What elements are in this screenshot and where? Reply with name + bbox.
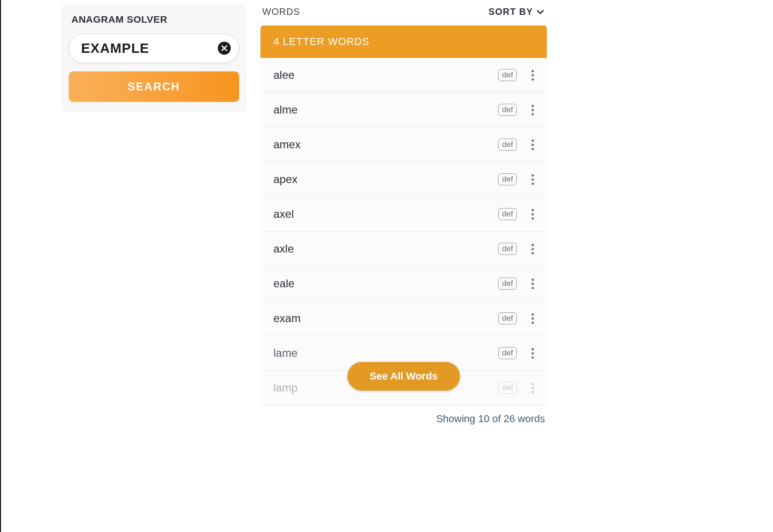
word-text: amex xyxy=(273,138,301,151)
word-text: apex xyxy=(273,173,298,186)
word-row: amexdef xyxy=(260,127,547,162)
word-text: alme xyxy=(273,103,298,116)
def-button[interactable]: def xyxy=(498,104,517,116)
word-row: ealedef xyxy=(260,266,547,301)
more-options-button[interactable] xyxy=(527,205,539,223)
def-button[interactable]: def xyxy=(498,278,517,290)
def-button[interactable]: def xyxy=(498,347,517,359)
more-options-button[interactable] xyxy=(527,240,539,258)
section-header: 4 LETTER WORDS xyxy=(260,25,547,58)
word-text: exam xyxy=(273,312,301,325)
more-options-button[interactable] xyxy=(527,344,539,362)
row-actions: def xyxy=(498,310,539,328)
more-options-button[interactable] xyxy=(527,171,539,189)
close-icon xyxy=(221,45,228,51)
more-options-button[interactable] xyxy=(527,379,539,397)
word-row: almedef xyxy=(260,93,547,127)
word-text: alee xyxy=(273,69,294,82)
row-actions: def xyxy=(498,275,539,293)
word-text: eale xyxy=(273,277,294,290)
words-label: WORDS xyxy=(262,6,300,17)
search-button[interactable]: SEARCH xyxy=(69,71,239,102)
def-button[interactable]: def xyxy=(498,312,517,324)
word-row: axledef xyxy=(260,232,547,266)
sort-by-button[interactable]: SORT BY xyxy=(488,6,545,17)
word-text: axel xyxy=(273,208,294,221)
word-list: aleedefalmedefamexdefapexdefaxeldefaxled… xyxy=(260,58,547,405)
results-panel: WORDS SORT BY 4 LETTER WORDS aleedefalme… xyxy=(260,4,547,532)
def-button[interactable]: def xyxy=(498,208,517,220)
more-options-button[interactable] xyxy=(527,310,539,328)
more-options-button[interactable] xyxy=(527,275,539,293)
row-actions: def xyxy=(498,379,539,397)
row-actions: def xyxy=(498,240,539,258)
word-text: axle xyxy=(273,242,294,255)
row-actions: def xyxy=(498,171,539,189)
def-button[interactable]: def xyxy=(498,243,517,255)
word-row: aleedef xyxy=(260,58,547,93)
chevron-down-icon xyxy=(536,7,545,17)
input-wrapper xyxy=(69,33,239,63)
word-row: axeldef xyxy=(260,197,547,232)
row-actions: def xyxy=(498,101,539,119)
more-options-button[interactable] xyxy=(527,136,539,154)
more-options-button[interactable] xyxy=(527,101,539,119)
word-text: lamp xyxy=(273,381,298,394)
row-actions: def xyxy=(498,205,539,223)
def-button[interactable]: def xyxy=(498,173,517,185)
word-row: apexdef xyxy=(260,162,547,197)
see-all-words-button[interactable]: See All Words xyxy=(348,362,460,391)
clear-input-button[interactable] xyxy=(218,42,231,55)
more-options-button[interactable] xyxy=(527,66,539,84)
word-row: examdef xyxy=(260,301,547,336)
solver-title: ANAGRAM SOLVER xyxy=(69,14,239,25)
row-actions: def xyxy=(498,136,539,154)
def-button[interactable]: def xyxy=(498,139,517,151)
def-button[interactable]: def xyxy=(498,69,517,81)
row-actions: def xyxy=(498,66,539,84)
results-header: WORDS SORT BY xyxy=(260,4,547,25)
results-summary: Showing 10 of 26 words xyxy=(260,405,547,425)
anagram-input[interactable] xyxy=(69,33,239,63)
def-button[interactable]: def xyxy=(498,382,517,394)
solver-panel: ANAGRAM SOLVER SEARCH xyxy=(61,4,247,532)
sort-by-label: SORT BY xyxy=(488,6,533,17)
solver-card: ANAGRAM SOLVER SEARCH xyxy=(61,4,247,112)
word-text: lame xyxy=(273,347,298,360)
row-actions: def xyxy=(498,344,539,362)
